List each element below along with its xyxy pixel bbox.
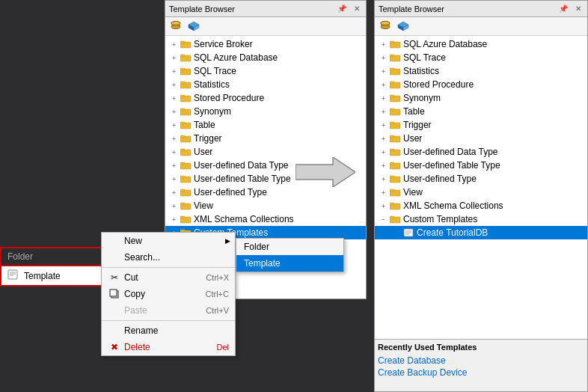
svg-rect-54 bbox=[390, 95, 394, 97]
right-panel-title: Template Browser bbox=[379, 4, 444, 13]
tree-item-stored-procedure[interactable]: ＋ Stored Procedure bbox=[165, 91, 366, 105]
expand-icon: ＋ bbox=[168, 106, 179, 117]
right-panel-titlebar: Template Browser 📌 ✕ bbox=[375, 1, 587, 17]
recently-create-database[interactable]: Create Database bbox=[378, 355, 584, 367]
item-label: Synonym bbox=[194, 106, 231, 117]
left-panel-title-icons: 📌 ✕ bbox=[335, 4, 362, 13]
svg-rect-10 bbox=[180, 55, 185, 57]
svg-rect-52 bbox=[390, 82, 394, 84]
submenu-template[interactable]: Template bbox=[236, 255, 343, 272]
right-tree-xml-schema[interactable]: ＋ XML Schema Collections bbox=[375, 199, 587, 212]
svg-marker-37 bbox=[295, 157, 355, 187]
tree-item-synonym[interactable]: ＋ Synonym bbox=[165, 105, 366, 118]
template-browser-right: Template Browser 📌 ✕ ＋ SQL Azu bbox=[374, 0, 588, 392]
submenu-folder[interactable]: Folder bbox=[236, 239, 343, 255]
close-icon[interactable]: ✕ bbox=[573, 4, 584, 13]
right-tree-stored-procedure[interactable]: ＋ Stored Procedure bbox=[375, 78, 587, 91]
right-tree[interactable]: ＋ SQL Azure Database ＋ SQL Trace ＋ Stati… bbox=[375, 36, 587, 339]
svg-rect-78 bbox=[110, 290, 117, 296]
item-label: Table bbox=[194, 120, 215, 130]
expand-icon: ＋ bbox=[168, 120, 179, 130]
ctx-cut[interactable]: ✂ Cut Ctrl+X bbox=[102, 269, 235, 286]
svg-point-40 bbox=[381, 25, 390, 29]
ctx-copy[interactable]: Copy Ctrl+C bbox=[102, 286, 235, 302]
right-tree-udtt[interactable]: ＋ User-defined Table Type bbox=[375, 159, 587, 172]
svg-rect-68 bbox=[390, 189, 394, 192]
right-tree-custom-templates[interactable]: − Custom Templates bbox=[375, 212, 587, 226]
context-menu: New Search... ✂ Cut Ctrl+X Copy Ctrl+C P… bbox=[101, 232, 236, 356]
arrow-container bbox=[284, 150, 367, 195]
folder-icon bbox=[180, 66, 192, 76]
tree-item-service-broker[interactable]: ＋ Service Broker bbox=[165, 37, 366, 51]
tree-item-trigger[interactable]: ＋ Trigger bbox=[165, 132, 366, 145]
tree-item-sql-azure[interactable]: ＋ SQL Azure Database bbox=[165, 51, 366, 64]
cube-toolbar-btn-right[interactable] bbox=[396, 19, 411, 34]
ctx-delete-label: Delete bbox=[124, 342, 150, 352]
ctx-rename[interactable]: Rename bbox=[102, 322, 235, 339]
cube-toolbar-btn[interactable] bbox=[186, 19, 201, 34]
svg-rect-70 bbox=[390, 203, 394, 205]
db-toolbar-btn-right[interactable] bbox=[378, 19, 393, 34]
ctx-search-label: Search... bbox=[124, 252, 160, 263]
cut-icon: ✂ bbox=[108, 272, 121, 283]
right-tree-trigger[interactable]: ＋ Trigger bbox=[375, 118, 587, 132]
folder-icon bbox=[180, 187, 192, 197]
right-tree-create-tutorialdb[interactable]: Create TutorialDB bbox=[375, 226, 587, 239]
svg-point-3 bbox=[171, 22, 180, 25]
folder-icon bbox=[180, 39, 192, 49]
expand-icon: ＋ bbox=[168, 79, 179, 90]
ctx-rename-label: Rename bbox=[124, 325, 158, 336]
right-tree-table[interactable]: ＋ Table bbox=[375, 105, 587, 118]
ctx-new[interactable]: New bbox=[102, 233, 235, 249]
right-tree-udt[interactable]: ＋ User-defined Data Type bbox=[375, 145, 587, 159]
recently-create-backup-device[interactable]: Create Backup Device bbox=[378, 367, 584, 379]
folder-icon bbox=[180, 52, 192, 63]
svg-rect-50 bbox=[390, 68, 394, 70]
left-panel-title: Template Browser bbox=[169, 4, 235, 13]
submenu-template-label: Template bbox=[244, 258, 281, 269]
tree-item-statistics[interactable]: ＋ Statistics bbox=[165, 78, 366, 91]
right-tree-synonym[interactable]: ＋ Synonym bbox=[375, 91, 587, 105]
ctx-separator-1 bbox=[102, 267, 235, 268]
db-toolbar-btn[interactable] bbox=[168, 19, 183, 34]
item-label: User-defined Type bbox=[194, 187, 267, 197]
tree-item-view[interactable]: ＋ View bbox=[165, 199, 366, 212]
svg-rect-32 bbox=[180, 203, 185, 205]
right-toolbar bbox=[375, 17, 587, 36]
item-label: User-defined Data Type bbox=[194, 160, 289, 171]
svg-rect-28 bbox=[180, 176, 185, 178]
expand-icon: ＋ bbox=[168, 187, 179, 197]
svg-rect-48 bbox=[390, 55, 394, 57]
expand-icon: ＋ bbox=[168, 52, 179, 63]
pin-icon[interactable]: 📌 bbox=[557, 4, 570, 13]
ctx-separator-2 bbox=[102, 320, 235, 321]
tree-item-xml-schema[interactable]: ＋ XML Schema Collections bbox=[165, 212, 366, 226]
tree-item-table[interactable]: ＋ Table bbox=[165, 118, 366, 132]
right-tree-view[interactable]: ＋ View bbox=[375, 186, 587, 199]
right-tree-user[interactable]: ＋ User bbox=[375, 132, 587, 145]
right-tree-sql-trace[interactable]: ＋ SQL Trace bbox=[375, 51, 587, 64]
left-toolbar bbox=[165, 17, 366, 36]
submenu-folder-label: Folder bbox=[244, 242, 269, 252]
pin-icon[interactable]: 📌 bbox=[335, 4, 349, 13]
ctx-cut-label: Cut bbox=[124, 272, 138, 283]
expand-icon: ＋ bbox=[168, 214, 179, 224]
svg-rect-14 bbox=[180, 82, 185, 84]
ctx-delete[interactable]: ✖ Delete Del bbox=[102, 339, 235, 355]
svg-point-41 bbox=[381, 22, 390, 25]
ctx-new-label: New bbox=[124, 236, 142, 246]
svg-rect-22 bbox=[180, 135, 185, 138]
ctx-search[interactable]: Search... bbox=[102, 249, 235, 266]
item-label: SQL Trace bbox=[194, 66, 236, 76]
right-tree-statistics[interactable]: ＋ Statistics bbox=[375, 64, 587, 78]
close-icon[interactable]: ✕ bbox=[352, 4, 362, 13]
right-tree-udtype[interactable]: ＋ User-defined Type bbox=[375, 172, 587, 186]
folder-icon bbox=[180, 160, 192, 171]
svg-rect-46 bbox=[390, 41, 394, 43]
tree-item-sql-trace[interactable]: ＋ SQL Trace bbox=[165, 64, 366, 78]
right-arrow bbox=[295, 157, 355, 187]
folder-icon bbox=[180, 120, 192, 130]
expand-icon: ＋ bbox=[168, 66, 179, 76]
svg-rect-34 bbox=[180, 216, 185, 218]
right-tree-sql-azure[interactable]: ＋ SQL Azure Database bbox=[375, 37, 587, 51]
